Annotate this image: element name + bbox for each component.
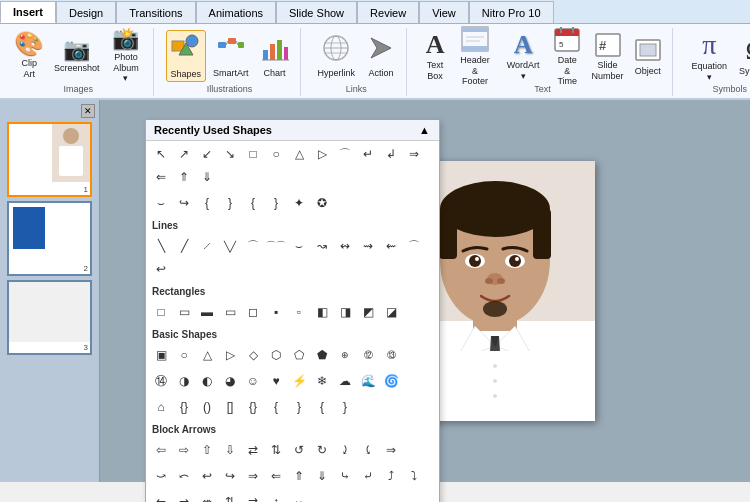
tab-view[interactable]: View — [419, 1, 469, 23]
shape-item[interactable]: ▭ — [173, 301, 195, 323]
shape-item[interactable]: ⤵ — [403, 465, 425, 487]
shape-item[interactable]: { — [196, 192, 218, 214]
shape-item[interactable]: ◇ — [242, 344, 264, 366]
shape-item[interactable]: ☺ — [242, 370, 264, 392]
shape-item[interactable]: ↲ — [380, 143, 402, 165]
shape-item[interactable]: □ — [150, 301, 172, 323]
shape-item[interactable]: ⇐ — [265, 465, 287, 487]
tab-nitro[interactable]: Nitro Pro 10 — [469, 1, 554, 23]
shape-item[interactable]: ⇒ — [380, 439, 402, 461]
shape-item[interactable]: ◑ — [173, 370, 195, 392]
shape-item[interactable]: ╲ — [150, 235, 172, 257]
shape-item[interactable]: ▷ — [311, 143, 333, 165]
shape-item[interactable]: ⇄ — [242, 439, 264, 461]
shape-item[interactable]: ▫ — [288, 301, 310, 323]
shape-item[interactable]: ↔ — [288, 491, 310, 502]
symbol-button[interactable]: Ω Symb… — [736, 30, 750, 82]
shape-item[interactable]: ↕ — [265, 491, 287, 502]
shape-item[interactable]: ⇓ — [196, 166, 218, 188]
shape-item[interactable]: ⤶ — [357, 465, 379, 487]
slide-thumb-1[interactable]: 1 — [7, 122, 92, 197]
shape-item[interactable]: ⇩ — [219, 439, 241, 461]
tab-transitions[interactable]: Transitions — [116, 1, 195, 23]
shape-item[interactable]: ⇒ — [242, 465, 264, 487]
object-button[interactable]: Object — [630, 30, 666, 82]
shape-item[interactable]: () — [196, 396, 218, 418]
shape-item[interactable]: { — [311, 396, 333, 418]
shape-item[interactable]: ○ — [265, 143, 287, 165]
shape-item[interactable]: } — [219, 192, 241, 214]
slide-panel[interactable]: ✕ 1 2 — [0, 100, 100, 482]
shape-item[interactable]: ⇐ — [150, 166, 172, 188]
shape-item[interactable]: ⑫ — [357, 344, 379, 366]
shape-item[interactable]: ↘ — [219, 143, 241, 165]
shape-item[interactable]: ╱ — [173, 235, 195, 257]
hyperlink-button[interactable]: Hyperlink — [313, 30, 361, 82]
shape-item[interactable]: ✦ — [288, 192, 310, 214]
shape-item[interactable]: } — [265, 192, 287, 214]
shape-item[interactable]: ⌒⌒ — [265, 235, 287, 257]
tab-design[interactable]: Design — [56, 1, 116, 23]
shape-item[interactable]: ↩ — [150, 258, 172, 280]
shape-item[interactable]: ⌒ — [242, 235, 264, 257]
shape-item[interactable]: ▭ — [219, 301, 241, 323]
clip-art-button[interactable]: 🎨 ClipArt — [10, 30, 48, 82]
shape-item[interactable]: ⇄ — [242, 491, 264, 502]
chart-button[interactable]: Chart — [256, 30, 294, 82]
shape-item[interactable]: ⇨ — [173, 439, 195, 461]
shape-item[interactable]: ⇅ — [265, 439, 287, 461]
shape-item[interactable]: ⤸ — [334, 439, 356, 461]
shape-item[interactable]: ⇑ — [288, 465, 310, 487]
screenshot-button[interactable]: 📷 Screenshot — [50, 30, 103, 82]
wordart-button[interactable]: A WordArt ▾ — [499, 30, 547, 82]
shape-item[interactable]: {} — [173, 396, 195, 418]
shape-item[interactable]: ⇦ — [150, 439, 172, 461]
header-footer-button[interactable]: Header& Footer — [453, 30, 497, 82]
shapes-panel-scrollup[interactable]: ▲ — [419, 124, 431, 136]
shape-item[interactable]: ⬠ — [288, 344, 310, 366]
shape-item[interactable]: ⇑ — [173, 166, 195, 188]
shape-item[interactable]: { — [242, 192, 264, 214]
shape-item[interactable]: ↵ — [357, 143, 379, 165]
shape-item[interactable]: ☁ — [334, 370, 356, 392]
shape-item[interactable]: ⇌ — [173, 491, 195, 502]
shape-item[interactable]: △ — [288, 143, 310, 165]
shape-item[interactable]: ↙ — [196, 143, 218, 165]
tab-slideshow[interactable]: Slide Show — [276, 1, 357, 23]
slide-number-button[interactable]: # SlideNumber — [587, 30, 627, 82]
shapes-button[interactable]: Shapes — [166, 30, 207, 82]
shape-item[interactable]: ⇒ — [403, 143, 425, 165]
textbox-button[interactable]: A TextBox — [419, 30, 451, 82]
shape-item[interactable]: ⤺ — [173, 465, 195, 487]
shape-item[interactable]: ⌣ — [288, 235, 310, 257]
shape-item[interactable]: ⬡ — [265, 344, 287, 366]
shape-item[interactable]: ◐ — [196, 370, 218, 392]
action-button[interactable]: Action — [362, 30, 400, 82]
shape-item[interactable]: ⇅ — [219, 491, 241, 502]
shape-item[interactable]: ◻ — [242, 301, 264, 323]
date-time-button[interactable]: 5 Date& Time — [549, 30, 585, 82]
equation-button[interactable]: π Equation ▾ — [685, 30, 734, 82]
shape-item[interactable]: ⌣ — [150, 192, 172, 214]
shape-item[interactable]: ⌒ — [403, 235, 425, 257]
tab-review[interactable]: Review — [357, 1, 419, 23]
shape-item[interactable]: ⌒ — [334, 143, 356, 165]
shape-item[interactable]: ◨ — [334, 301, 356, 323]
shape-item[interactable]: ▷ — [219, 344, 241, 366]
shape-item[interactable]: ♥ — [265, 370, 287, 392]
shape-item[interactable]: ○ — [173, 344, 195, 366]
shape-item[interactable]: ◧ — [311, 301, 333, 323]
shape-item[interactable]: ◕ — [219, 370, 241, 392]
shape-item[interactable]: } — [334, 396, 356, 418]
shape-item[interactable]: ⇝ — [357, 235, 379, 257]
shape-item[interactable]: ↗ — [173, 143, 195, 165]
shape-item[interactable]: ⬟ — [311, 344, 333, 366]
shape-item[interactable]: ⇎ — [196, 491, 218, 502]
shape-item[interactable]: △ — [196, 344, 218, 366]
shape-item[interactable]: ↻ — [311, 439, 333, 461]
shape-item[interactable]: ⑭ — [150, 370, 172, 392]
shape-item[interactable]: ↭ — [334, 235, 356, 257]
shape-item[interactable]: ↪ — [173, 192, 195, 214]
shape-item[interactable]: [] — [219, 396, 241, 418]
shape-item[interactable]: ↝ — [311, 235, 333, 257]
